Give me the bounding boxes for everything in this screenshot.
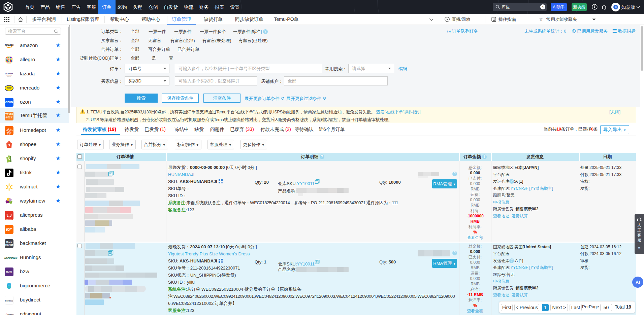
- svg-text:S: S: [8, 144, 10, 147]
- svg-text:Amazon: Amazon: [5, 43, 13, 46]
- svg-text:LAZADA: LAZADA: [5, 73, 13, 75]
- svg-text:GROUP: GROUP: [7, 76, 11, 77]
- svg-text:BuyDirect: BuyDirect: [5, 300, 13, 302]
- svg-text:S: S: [8, 157, 10, 161]
